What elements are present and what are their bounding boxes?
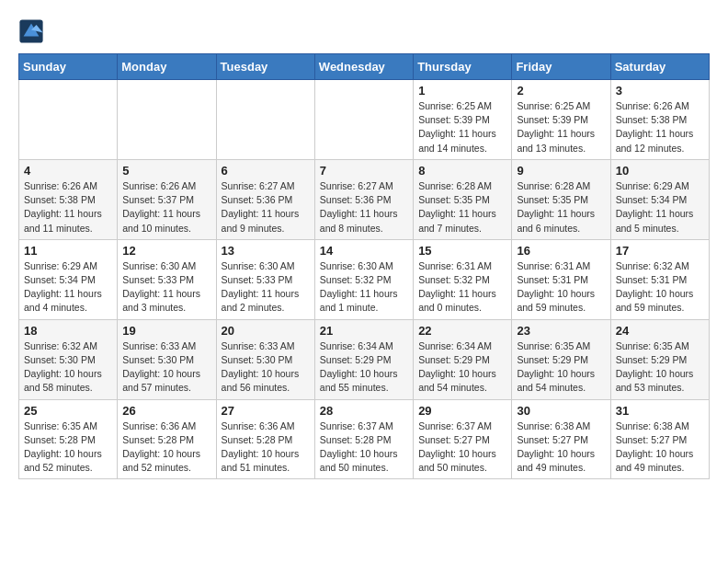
day-info: Sunrise: 6:35 AM Sunset: 5:29 PM Dayligh… xyxy=(616,339,704,396)
day-info: Sunrise: 6:28 AM Sunset: 5:35 PM Dayligh… xyxy=(517,179,605,236)
day-info: Sunrise: 6:31 AM Sunset: 5:31 PM Dayligh… xyxy=(517,259,605,316)
calendar-cell xyxy=(216,80,314,160)
day-number: 3 xyxy=(616,84,704,98)
day-info: Sunrise: 6:28 AM Sunset: 5:35 PM Dayligh… xyxy=(418,179,506,236)
calendar-cell: 6Sunrise: 6:27 AM Sunset: 5:36 PM Daylig… xyxy=(216,159,314,239)
day-info: Sunrise: 6:29 AM Sunset: 5:34 PM Dayligh… xyxy=(616,179,704,236)
calendar-cell: 31Sunrise: 6:38 AM Sunset: 5:27 PM Dayli… xyxy=(610,399,709,479)
calendar-cell: 3Sunrise: 6:26 AM Sunset: 5:38 PM Daylig… xyxy=(610,80,709,160)
day-number: 11 xyxy=(24,244,112,258)
day-number: 15 xyxy=(418,244,506,258)
day-info: Sunrise: 6:32 AM Sunset: 5:31 PM Dayligh… xyxy=(616,259,704,316)
calendar-cell: 11Sunrise: 6:29 AM Sunset: 5:34 PM Dayli… xyxy=(19,239,118,319)
weekday-header-saturday: Saturday xyxy=(610,54,709,80)
day-number: 19 xyxy=(122,324,210,338)
day-number: 24 xyxy=(616,324,704,338)
day-number: 7 xyxy=(320,164,408,178)
calendar-week-2: 4Sunrise: 6:26 AM Sunset: 5:38 PM Daylig… xyxy=(19,159,710,239)
calendar-cell: 14Sunrise: 6:30 AM Sunset: 5:32 PM Dayli… xyxy=(314,239,413,319)
day-info: Sunrise: 6:26 AM Sunset: 5:38 PM Dayligh… xyxy=(616,99,704,155)
weekday-header-tuesday: Tuesday xyxy=(216,54,314,80)
calendar-cell: 22Sunrise: 6:34 AM Sunset: 5:29 PM Dayli… xyxy=(414,319,512,399)
calendar-cell: 29Sunrise: 6:37 AM Sunset: 5:27 PM Dayli… xyxy=(414,399,512,479)
day-number: 21 xyxy=(320,324,408,338)
page-header xyxy=(18,18,710,44)
day-info: Sunrise: 6:38 AM Sunset: 5:27 PM Dayligh… xyxy=(517,419,605,476)
day-number: 25 xyxy=(24,404,112,418)
weekday-header-friday: Friday xyxy=(512,54,610,80)
day-number: 10 xyxy=(616,164,704,178)
calendar-cell: 13Sunrise: 6:30 AM Sunset: 5:33 PM Dayli… xyxy=(216,239,314,319)
logo xyxy=(18,18,46,44)
calendar-table: SundayMondayTuesdayWednesdayThursdayFrid… xyxy=(18,53,710,479)
day-number: 16 xyxy=(517,244,605,258)
day-number: 28 xyxy=(320,404,408,418)
calendar-cell: 12Sunrise: 6:30 AM Sunset: 5:33 PM Dayli… xyxy=(118,239,216,319)
calendar-cell: 2Sunrise: 6:25 AM Sunset: 5:39 PM Daylig… xyxy=(512,80,610,160)
calendar-week-3: 11Sunrise: 6:29 AM Sunset: 5:34 PM Dayli… xyxy=(19,239,710,319)
calendar-cell: 21Sunrise: 6:34 AM Sunset: 5:29 PM Dayli… xyxy=(314,319,413,399)
calendar-cell: 4Sunrise: 6:26 AM Sunset: 5:38 PM Daylig… xyxy=(19,159,118,239)
calendar-cell: 24Sunrise: 6:35 AM Sunset: 5:29 PM Dayli… xyxy=(610,319,709,399)
calendar-cell: 23Sunrise: 6:35 AM Sunset: 5:29 PM Dayli… xyxy=(512,319,610,399)
day-number: 26 xyxy=(122,404,210,418)
weekday-header-wednesday: Wednesday xyxy=(314,54,413,80)
day-info: Sunrise: 6:30 AM Sunset: 5:33 PM Dayligh… xyxy=(222,259,310,316)
day-number: 22 xyxy=(418,324,506,338)
day-number: 6 xyxy=(222,164,310,178)
day-info: Sunrise: 6:26 AM Sunset: 5:38 PM Dayligh… xyxy=(24,179,112,236)
weekday-header-thursday: Thursday xyxy=(414,54,512,80)
day-number: 9 xyxy=(517,164,605,178)
day-info: Sunrise: 6:27 AM Sunset: 5:36 PM Dayligh… xyxy=(320,179,408,236)
weekday-header-row: SundayMondayTuesdayWednesdayThursdayFrid… xyxy=(19,54,710,80)
day-info: Sunrise: 6:32 AM Sunset: 5:30 PM Dayligh… xyxy=(24,339,112,396)
day-number: 27 xyxy=(222,404,310,418)
day-info: Sunrise: 6:37 AM Sunset: 5:27 PM Dayligh… xyxy=(418,419,506,476)
day-number: 30 xyxy=(517,404,605,418)
day-number: 29 xyxy=(418,404,506,418)
day-info: Sunrise: 6:31 AM Sunset: 5:32 PM Dayligh… xyxy=(418,259,506,316)
calendar-cell: 10Sunrise: 6:29 AM Sunset: 5:34 PM Dayli… xyxy=(610,159,709,239)
calendar-cell: 15Sunrise: 6:31 AM Sunset: 5:32 PM Dayli… xyxy=(414,239,512,319)
calendar-cell: 16Sunrise: 6:31 AM Sunset: 5:31 PM Dayli… xyxy=(512,239,610,319)
calendar-cell: 20Sunrise: 6:33 AM Sunset: 5:30 PM Dayli… xyxy=(216,319,314,399)
calendar-cell: 26Sunrise: 6:36 AM Sunset: 5:28 PM Dayli… xyxy=(118,399,216,479)
weekday-header-monday: Monday xyxy=(118,54,216,80)
calendar-week-5: 25Sunrise: 6:35 AM Sunset: 5:28 PM Dayli… xyxy=(19,399,710,479)
day-number: 31 xyxy=(616,404,704,418)
day-number: 18 xyxy=(24,324,112,338)
day-number: 2 xyxy=(517,84,605,98)
calendar-cell xyxy=(118,80,216,160)
day-number: 14 xyxy=(320,244,408,258)
day-number: 1 xyxy=(418,84,506,98)
day-info: Sunrise: 6:30 AM Sunset: 5:33 PM Dayligh… xyxy=(122,259,210,316)
day-info: Sunrise: 6:35 AM Sunset: 5:28 PM Dayligh… xyxy=(24,419,112,476)
day-info: Sunrise: 6:36 AM Sunset: 5:28 PM Dayligh… xyxy=(122,419,210,476)
calendar-cell: 18Sunrise: 6:32 AM Sunset: 5:30 PM Dayli… xyxy=(19,319,118,399)
day-info: Sunrise: 6:26 AM Sunset: 5:37 PM Dayligh… xyxy=(122,179,210,236)
day-info: Sunrise: 6:27 AM Sunset: 5:36 PM Dayligh… xyxy=(222,179,310,236)
calendar-cell: 28Sunrise: 6:37 AM Sunset: 5:28 PM Dayli… xyxy=(314,399,413,479)
day-number: 12 xyxy=(122,244,210,258)
day-info: Sunrise: 6:33 AM Sunset: 5:30 PM Dayligh… xyxy=(222,339,310,396)
calendar-cell: 5Sunrise: 6:26 AM Sunset: 5:37 PM Daylig… xyxy=(118,159,216,239)
calendar-cell xyxy=(19,80,118,160)
day-info: Sunrise: 6:36 AM Sunset: 5:28 PM Dayligh… xyxy=(222,419,310,476)
calendar-week-4: 18Sunrise: 6:32 AM Sunset: 5:30 PM Dayli… xyxy=(19,319,710,399)
calendar-cell: 9Sunrise: 6:28 AM Sunset: 5:35 PM Daylig… xyxy=(512,159,610,239)
calendar-week-1: 1Sunrise: 6:25 AM Sunset: 5:39 PM Daylig… xyxy=(19,80,710,160)
day-info: Sunrise: 6:37 AM Sunset: 5:28 PM Dayligh… xyxy=(320,419,408,476)
day-info: Sunrise: 6:35 AM Sunset: 5:29 PM Dayligh… xyxy=(517,339,605,396)
day-number: 23 xyxy=(517,324,605,338)
day-info: Sunrise: 6:25 AM Sunset: 5:39 PM Dayligh… xyxy=(517,99,605,155)
day-info: Sunrise: 6:25 AM Sunset: 5:39 PM Dayligh… xyxy=(418,99,506,155)
day-info: Sunrise: 6:38 AM Sunset: 5:27 PM Dayligh… xyxy=(616,419,704,476)
calendar-cell xyxy=(314,80,413,160)
day-number: 20 xyxy=(222,324,310,338)
day-info: Sunrise: 6:34 AM Sunset: 5:29 PM Dayligh… xyxy=(418,339,506,396)
day-info: Sunrise: 6:29 AM Sunset: 5:34 PM Dayligh… xyxy=(24,259,112,316)
calendar-cell: 30Sunrise: 6:38 AM Sunset: 5:27 PM Dayli… xyxy=(512,399,610,479)
day-number: 5 xyxy=(122,164,210,178)
day-info: Sunrise: 6:33 AM Sunset: 5:30 PM Dayligh… xyxy=(122,339,210,396)
calendar-cell: 25Sunrise: 6:35 AM Sunset: 5:28 PM Dayli… xyxy=(19,399,118,479)
